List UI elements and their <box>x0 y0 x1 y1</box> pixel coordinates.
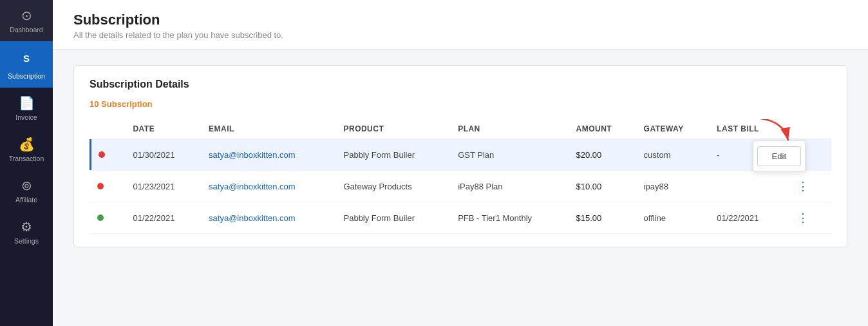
dashboard-icon: ⊙ <box>21 8 32 23</box>
transaction-icon: 💰 <box>19 137 35 152</box>
row1-amount: $20.00 <box>569 139 636 171</box>
sidebar-item-dashboard[interactable]: ⊙ Dashboard <box>0 0 53 41</box>
action-dropdown: Edit <box>753 140 806 172</box>
row1-plan: GST Plan <box>450 139 568 171</box>
sidebar: ⊙ Dashboard S Subscription 📄 Invoice 💰 T… <box>0 0 53 326</box>
row2-email: satya@inboxkitten.com <box>201 171 335 202</box>
col-last-bill: LAST BILL <box>709 119 785 139</box>
row1-action: ⋮ <box>786 139 831 171</box>
row2-product: Gateway Products <box>336 171 451 202</box>
invoice-icon: 📄 <box>19 95 35 111</box>
settings-icon: ⚙ <box>21 219 32 235</box>
row3-product: Pabbly Form Builer <box>336 202 451 234</box>
subscription-count-text: Subscription <box>101 99 152 109</box>
col-plan: PLAN <box>450 119 568 139</box>
row3-amount: $15.00 <box>569 202 636 234</box>
row2-last-bill <box>709 171 785 202</box>
row3-plan: PFB - Tier1 Monthly <box>450 202 568 234</box>
row2-menu-button[interactable]: ⋮ <box>793 178 813 195</box>
sidebar-item-subscription-label: Subscription <box>8 72 45 80</box>
row2-gateway: ipay88 <box>636 171 710 202</box>
sidebar-item-transaction-label: Transaction <box>9 155 44 162</box>
col-date <box>90 119 125 139</box>
row3-action: ⋮ <box>786 202 831 234</box>
row2-indicator <box>90 171 125 202</box>
subscription-count-number: 10 <box>90 99 99 109</box>
subscription-icon: S <box>17 49 35 67</box>
row3-gateway: offline <box>636 202 710 234</box>
page-title: Subscription <box>73 12 847 28</box>
row3-email: satya@inboxkitten.com <box>201 202 335 234</box>
page-subtitle: All the details related to the plan you … <box>73 30 847 40</box>
subscription-count: 10 Subscription <box>90 99 831 109</box>
affiliate-icon: ⊚ <box>21 178 32 193</box>
row1-product: Pabbly Form Builer <box>336 139 451 171</box>
sidebar-item-settings-label: Settings <box>14 237 39 245</box>
col-gateway: GATEWAY <box>636 119 710 139</box>
col-amount: AMOUNT <box>569 119 636 139</box>
content-area: Subscription Details 10 Subscription DAT… <box>53 50 868 326</box>
row3-date: 01/22/2021 <box>125 202 201 234</box>
table-wrap: DATE EMAIL PRODUCT PLAN AMOUNT GATEWAY L… <box>90 119 831 234</box>
row1-indicator <box>90 139 125 171</box>
table-row: 01/22/2021 satya@inboxkitten.com Pabbly … <box>90 202 831 234</box>
row2-plan: iPay88 Plan <box>450 171 568 202</box>
col-email: EMAIL <box>201 119 335 139</box>
sidebar-item-affiliate-label: Affiliate <box>15 196 37 204</box>
col-product: PRODUCT <box>336 119 451 139</box>
col-date-label: DATE <box>125 119 201 139</box>
row3-menu-button[interactable]: ⋮ <box>793 209 813 226</box>
row2-action: ⋮ <box>786 171 831 202</box>
col-action <box>786 119 831 139</box>
row2-amount: $10.00 <box>569 171 636 202</box>
sidebar-item-settings[interactable]: ⚙ Settings <box>0 211 53 253</box>
sidebar-item-invoice-label: Invoice <box>15 113 37 121</box>
row1-email: satya@inboxkitten.com <box>201 139 335 171</box>
sidebar-item-transaction[interactable]: 💰 Transaction <box>0 129 53 170</box>
row1-gateway: custom <box>636 139 710 171</box>
table-row: 01/23/2021 satya@inboxkitten.com Gateway… <box>90 171 831 202</box>
status-dot-red <box>99 151 105 158</box>
card-title: Subscription Details <box>90 79 831 90</box>
main-content: Subscription All the details related to … <box>53 0 868 326</box>
row1-date: 01/30/2021 <box>125 139 201 171</box>
edit-button[interactable]: Edit <box>757 146 801 166</box>
status-dot-green <box>97 215 104 221</box>
row3-indicator <box>90 202 125 234</box>
subscriptions-table: DATE EMAIL PRODUCT PLAN AMOUNT GATEWAY L… <box>90 119 831 234</box>
sidebar-item-invoice[interactable]: 📄 Invoice <box>0 88 53 129</box>
row2-date: 01/23/2021 <box>125 171 201 202</box>
table-header-row: DATE EMAIL PRODUCT PLAN AMOUNT GATEWAY L… <box>90 119 831 139</box>
sidebar-item-subscription[interactable]: S Subscription <box>0 41 53 88</box>
subscription-card: Subscription Details 10 Subscription DAT… <box>73 65 847 247</box>
status-dot-red <box>97 183 104 189</box>
table-row: 01/30/2021 satya@inboxkitten.com Pabbly … <box>90 139 831 171</box>
sidebar-item-affiliate[interactable]: ⊚ Affiliate <box>0 170 53 211</box>
page-header: Subscription All the details related to … <box>53 0 868 50</box>
sidebar-item-dashboard-label: Dashboard <box>10 26 42 34</box>
row3-last-bill: 01/22/2021 <box>709 202 785 234</box>
